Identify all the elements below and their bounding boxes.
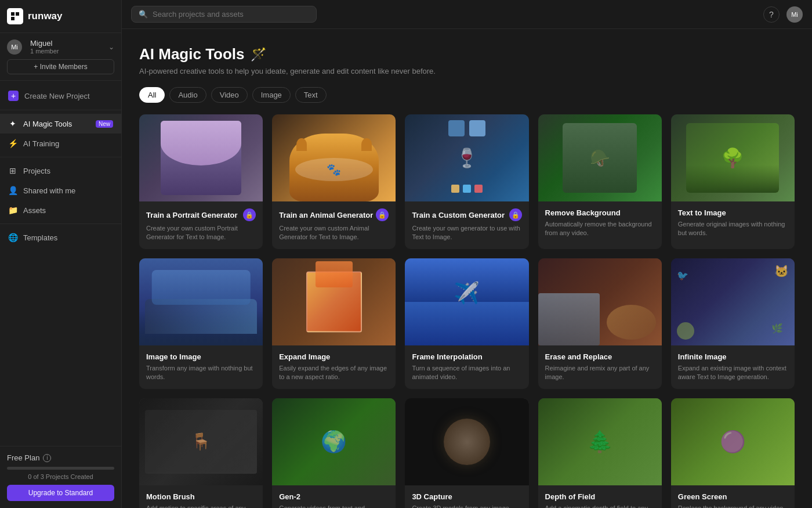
- tool-card-custom-generator[interactable]: 🍷 Train a Custom Generator 🔒 Create your…: [405, 114, 528, 249]
- runway-logo-icon: [7, 8, 23, 24]
- tool-title: Train a Portrait Generator: [146, 211, 238, 219]
- tool-card-row3-3[interactable]: 3D Capture Create 3D models from any ima…: [405, 398, 528, 508]
- tool-desc: Expand an existing image with context aw…: [678, 364, 788, 382]
- invite-members-button[interactable]: + Invite Members: [7, 59, 114, 74]
- sidebar-item-ai-magic-tools[interactable]: ✦ AI Magic Tools New: [0, 114, 121, 134]
- tool-title-row: Erase and Replace: [545, 352, 655, 361]
- tool-title: 3D Capture: [412, 492, 452, 501]
- chevron-down-icon[interactable]: ⌄: [108, 43, 114, 51]
- sidebar-item-templates[interactable]: 🌐 Templates: [0, 228, 121, 247]
- tool-title: Text to Image: [678, 208, 726, 217]
- tool-desc: Turn a sequence of images into an animat…: [412, 364, 521, 382]
- tool-image-text-to-image: 🌳: [671, 114, 795, 201]
- tool-info: Green Screen Replace the background of a…: [671, 485, 795, 508]
- shared-icon: 👤: [8, 186, 17, 195]
- tool-card-expand-image[interactable]: Expand Image Easily expand the edges of …: [272, 258, 396, 389]
- tool-title: Motion Brush: [146, 492, 195, 501]
- topbar-avatar[interactable]: Mi: [786, 6, 803, 23]
- tool-info: Text to Image Generate original images w…: [671, 201, 795, 245]
- help-button[interactable]: ?: [763, 6, 780, 23]
- page-subtitle: AI-powered creative tools to help you id…: [139, 67, 795, 75]
- user-members: 1 member: [30, 48, 59, 55]
- tool-info: Image to Image Transform any image with …: [139, 345, 263, 389]
- sidebar-item-label: Assets: [23, 206, 46, 215]
- tool-title: Erase and Replace: [545, 352, 612, 361]
- content-area: AI Magic Tools 🪄 AI-powered creative too…: [122, 29, 812, 508]
- filter-tab-all[interactable]: All: [139, 87, 165, 103]
- upgrade-button[interactable]: Upgrade to Standard: [7, 485, 114, 501]
- page-title: AI Magic Tools: [139, 45, 245, 63]
- sidebar: runway Mi Miguel 1 member ⌄ + Invite Mem…: [0, 0, 122, 508]
- tool-card-frame-interpolation[interactable]: ✈️ Frame Interpolation Turn a sequence o…: [405, 258, 528, 389]
- tool-title-row: Train an Animal Generator 🔒: [279, 208, 389, 221]
- tool-title: Gen-2: [279, 492, 300, 501]
- tool-desc: Create your own custom Animal Generator …: [279, 224, 389, 242]
- tool-info: Depth of Field Add a cinematic depth of …: [538, 485, 662, 508]
- tool-image-custom: 🍷: [405, 114, 528, 201]
- tool-card-row3-2[interactable]: 🌍 Gen-2 Generate videos from text and im…: [272, 398, 396, 508]
- sidebar-item-ai-training[interactable]: ⚡ AI Training: [0, 134, 121, 153]
- tool-image-frame-interp: ✈️: [405, 258, 528, 345]
- tool-desc: Create your own custom Portrait Generato…: [146, 224, 256, 242]
- tool-title: Train an Animal Generator: [279, 211, 373, 219]
- tool-info: 3D Capture Create 3D models from any ima…: [405, 485, 528, 508]
- tools-grid: Train a Portrait Generator 🔒 Create your…: [139, 114, 795, 508]
- tool-card-row3-4[interactable]: 🌲 Depth of Field Add a cinematic depth o…: [538, 398, 662, 508]
- tool-title: Remove Background: [545, 208, 621, 217]
- tool-title: Infinite Image: [678, 352, 727, 361]
- filter-tab-audio[interactable]: Audio: [169, 87, 206, 103]
- projects-icon: ⊞: [8, 166, 17, 175]
- tool-card-text-to-image[interactable]: 🌳 Text to Image Generate original images…: [671, 114, 795, 249]
- tool-card-erase-replace[interactable]: Erase and Replace Reimagine and remix an…: [538, 258, 662, 389]
- tool-info: Motion Brush Add motion to specific area…: [139, 485, 263, 508]
- tool-image-erase-replace: [538, 258, 662, 345]
- create-new-project-button[interactable]: + Create New Project: [0, 85, 121, 106]
- runway-logo-text: runway: [28, 10, 63, 22]
- tool-image-row3-2: 🌍: [272, 398, 396, 485]
- page-header: AI Magic Tools 🪄 AI-powered creative too…: [139, 45, 795, 75]
- filter-tab-video[interactable]: Video: [211, 87, 248, 103]
- tool-image-row3-5: 🟣: [671, 398, 795, 485]
- nav-divider-2: [0, 157, 121, 157]
- tool-title-row: Frame Interpolation: [412, 352, 521, 361]
- sidebar-item-assets[interactable]: 📁 Assets: [0, 200, 121, 220]
- tool-title-row: Train a Custom Generator 🔒: [412, 208, 521, 221]
- user-name: Miguel: [30, 39, 59, 48]
- tool-info: Train a Custom Generator 🔒 Create your o…: [405, 201, 528, 249]
- sidebar-item-shared-with-me[interactable]: 👤 Shared with me: [0, 181, 121, 200]
- tool-title-row: Remove Background: [545, 208, 655, 217]
- tool-image-expand: [272, 258, 396, 345]
- tool-card-infinite-image[interactable]: 🐱 🐦 🌿 Infinite Image Expand an existing …: [671, 258, 795, 389]
- page-title-row: AI Magic Tools 🪄: [139, 45, 795, 63]
- tool-info: Expand Image Easily expand the edges of …: [272, 345, 396, 389]
- progress-bar-background: [7, 467, 114, 470]
- tool-image-infinite: 🐱 🐦 🌿: [671, 258, 795, 345]
- topbar-right: ? Mi: [763, 6, 803, 23]
- tool-desc: Add motion to specific areas of any imag…: [146, 504, 256, 508]
- sidebar-item-label: Projects: [23, 167, 50, 175]
- tool-card-image-to-image[interactable]: Image to Image Transform any image with …: [139, 258, 263, 389]
- search-icon: 🔍: [139, 10, 148, 19]
- tool-image-row3-3: [405, 398, 528, 485]
- tool-card-row3-1[interactable]: 🪑 Motion Brush Add motion to specific ar…: [139, 398, 263, 508]
- nav-divider: [0, 110, 121, 110]
- tool-card-portrait-generator[interactable]: Train a Portrait Generator 🔒 Create your…: [139, 114, 263, 249]
- user-row: Mi Miguel 1 member ⌄: [7, 39, 114, 55]
- tool-desc: Replace the background of any video.: [678, 504, 788, 508]
- tool-badge-icon: 🔒: [376, 208, 389, 221]
- tool-title: Frame Interpolation: [412, 352, 482, 361]
- info-icon[interactable]: i: [43, 454, 51, 462]
- tool-card-row3-5[interactable]: 🟣 Green Screen Replace the background of…: [671, 398, 795, 508]
- tool-title-row: Text to Image: [678, 208, 788, 217]
- filter-tab-text[interactable]: Text: [295, 87, 327, 103]
- tool-card-animal-generator[interactable]: 🐾 Train an Animal Generator 🔒 Create you…: [272, 114, 396, 249]
- tool-image-row3-4: 🌲: [538, 398, 662, 485]
- search-input[interactable]: [153, 10, 309, 19]
- sidebar-item-projects[interactable]: ⊞ Projects: [0, 161, 121, 181]
- filter-tab-image[interactable]: Image: [252, 87, 291, 103]
- tool-image-portrait: [139, 114, 263, 201]
- tool-card-remove-background[interactable]: 🪖 Remove Background Automatically remove…: [538, 114, 662, 249]
- user-details: Miguel 1 member: [30, 39, 59, 55]
- sidebar-item-label: Shared with me: [23, 186, 75, 195]
- free-plan-label: Free Plan: [7, 453, 39, 462]
